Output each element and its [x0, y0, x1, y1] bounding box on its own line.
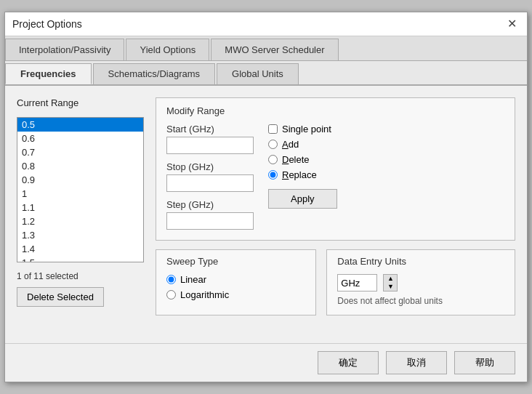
single-point-checkbox[interactable] [268, 124, 278, 134]
modify-range-title: Modify Range [166, 105, 504, 116]
list-item[interactable]: 1.5 [17, 256, 143, 262]
logarithmic-row: Logarithmic [166, 289, 305, 300]
spinner-down[interactable]: ▼ [384, 283, 397, 291]
single-point-label: Single point [282, 124, 331, 134]
list-item[interactable]: 0.6 [17, 132, 143, 145]
frequency-listbox[interactable]: 0.50.60.70.80.911.11.21.31.41.5 [17, 117, 144, 262]
right-panel: Modify Range Start (GHz) Stop (GHz) Step… [156, 97, 515, 331]
replace-label: Replace [282, 169, 317, 180]
sweep-type-title: Sweep Type [166, 256, 305, 267]
title-bar: Project Options ✕ [5, 12, 527, 36]
tab-frequencies[interactable]: Frequencies [5, 63, 92, 84]
list-item[interactable]: 1.3 [17, 228, 143, 242]
content-area: Current Range 0.50.60.70.80.911.11.21.31… [5, 86, 527, 343]
stop-input[interactable] [166, 174, 254, 192]
spinner-up[interactable]: ▲ [384, 275, 397, 283]
add-label: Add [282, 139, 299, 150]
project-options-dialog: Project Options ✕ Interpolation/Passivit… [4, 12, 528, 382]
data-entry-inner: ▲ ▼ [337, 274, 504, 292]
tabs-row-2: Frequencies Schematics/Diagrams Global U… [5, 61, 527, 86]
bottom-section: Sweep Type Linear Logarithmic Data Entry… [156, 249, 515, 315]
step-label: Step (GHz) [166, 199, 254, 210]
list-item[interactable]: 0.9 [17, 173, 143, 187]
single-point-row: Single point [268, 124, 337, 134]
start-field-group: Start (GHz) [166, 124, 254, 154]
delete-radio[interactable] [268, 155, 278, 164]
tabs-row-1: Interpolation/Passivity Yield Options MW… [5, 36, 527, 61]
start-input[interactable] [166, 137, 254, 154]
logarithmic-label: Logarithmic [180, 289, 229, 300]
tab-interpolation[interactable]: Interpolation/Passivity [5, 39, 124, 60]
modify-range-group: Modify Range Start (GHz) Stop (GHz) Step… [156, 97, 515, 241]
cancel-button[interactable]: 取消 [386, 351, 447, 374]
fields-column: Start (GHz) Stop (GHz) Step (GHz) [166, 124, 254, 230]
linear-label: Linear [180, 274, 206, 285]
logarithmic-radio[interactable] [166, 290, 176, 299]
add-row: Add [268, 139, 337, 150]
delete-selected-button[interactable]: Delete Selected [17, 287, 104, 307]
linear-radio[interactable] [166, 275, 176, 284]
modify-range-inner: Start (GHz) Stop (GHz) Step (GHz) [166, 124, 504, 230]
replace-radio[interactable] [268, 170, 278, 180]
list-item[interactable]: 1.4 [17, 242, 143, 256]
current-range-label: Current Range [17, 97, 144, 108]
sweep-type-group: Sweep Type Linear Logarithmic [156, 249, 316, 315]
options-column: Single point Add Delete Replace [268, 124, 337, 230]
linear-row: Linear [166, 274, 305, 285]
step-input[interactable] [166, 212, 254, 230]
unit-spinner: ▲ ▼ [383, 274, 398, 292]
stop-label: Stop (GHz) [166, 161, 254, 172]
step-field-group: Step (GHz) [166, 199, 254, 230]
unit-input[interactable] [337, 274, 377, 292]
apply-button[interactable]: Apply [268, 189, 337, 209]
delete-label: Delete [282, 154, 310, 165]
list-item[interactable]: 1.1 [17, 201, 143, 214]
add-radio[interactable] [268, 140, 278, 149]
unit-note: Does not affect global units [337, 296, 504, 306]
tab-mwo[interactable]: MWO Server Scheduler [211, 39, 338, 60]
close-button[interactable]: ✕ [504, 18, 520, 30]
delete-row: Delete [268, 154, 337, 165]
ok-button[interactable]: 确定 [318, 351, 379, 374]
help-button[interactable]: 帮助 [454, 351, 515, 374]
footer: 确定 取消 帮助 [5, 343, 527, 382]
data-entry-title: Data Entry Units [337, 256, 504, 267]
tab-global-units[interactable]: Global Units [217, 63, 299, 84]
tab-schematics[interactable]: Schematics/Diagrams [93, 63, 215, 84]
dialog-title: Project Options [12, 18, 82, 30]
tab-yield[interactable]: Yield Options [126, 39, 209, 60]
list-item[interactable]: 0.7 [17, 145, 143, 159]
list-item[interactable]: 1 [17, 187, 143, 201]
list-item[interactable]: 1.2 [17, 214, 143, 228]
list-item[interactable]: 0.5 [17, 118, 143, 132]
stop-field-group: Stop (GHz) [166, 161, 254, 192]
left-panel: Current Range 0.50.60.70.80.911.11.21.31… [17, 97, 144, 331]
replace-row: Replace [268, 169, 337, 180]
start-label: Start (GHz) [166, 124, 254, 134]
list-item[interactable]: 0.8 [17, 159, 143, 173]
data-entry-group: Data Entry Units ▲ ▼ Does not affect glo… [326, 249, 515, 315]
selected-count: 1 of 11 selected [17, 271, 144, 281]
